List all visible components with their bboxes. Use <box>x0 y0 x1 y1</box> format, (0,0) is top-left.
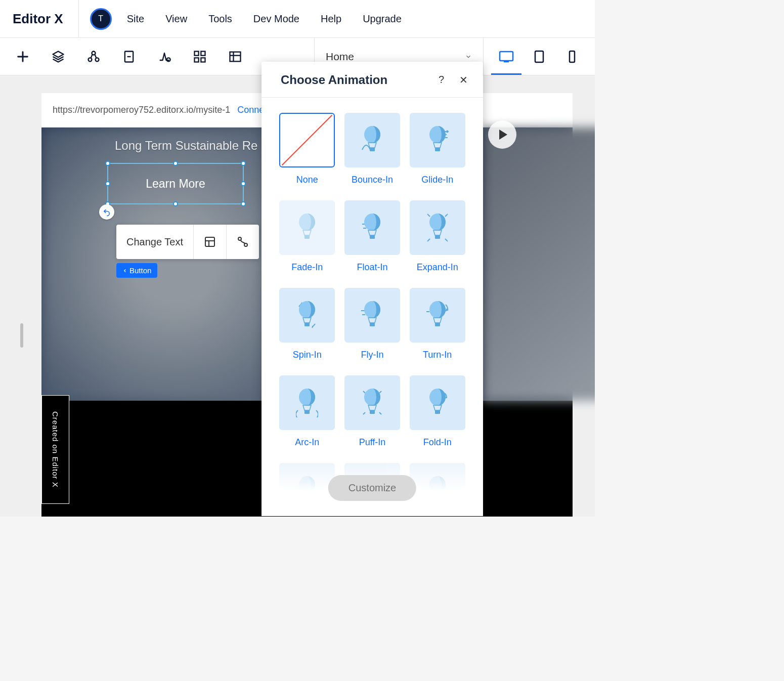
site-url: https://trevorpomeroy752.editorx.io/mysi… <box>53 105 230 115</box>
menu-dev-mode[interactable]: Dev Mode <box>253 13 299 25</box>
canvas-overflow <box>482 127 595 401</box>
animation-label: Spin-In <box>293 350 322 360</box>
animation-option-fold-in[interactable]: Fold-In <box>409 375 465 448</box>
svg-rect-27 <box>304 235 310 239</box>
animation-option-glide-in[interactable]: Glide-In <box>409 113 465 185</box>
animation-option-more[interactable] <box>279 463 335 516</box>
animation-label: Arc-In <box>295 437 319 448</box>
svg-rect-10 <box>230 52 241 61</box>
resize-handle[interactable] <box>105 161 110 166</box>
svg-rect-54 <box>435 498 440 501</box>
animation-option-turn-in[interactable]: Turn-In <box>409 288 465 360</box>
resize-handle[interactable] <box>173 161 178 166</box>
svg-rect-33 <box>435 235 440 239</box>
customize-button[interactable]: Customize <box>328 475 416 501</box>
animation-label: None <box>296 175 318 185</box>
svg-rect-6 <box>195 51 199 55</box>
device-tablet-icon[interactable] <box>532 49 547 64</box>
animation-label: Bounce-In <box>352 175 393 185</box>
panel-help-button[interactable]: ? <box>439 74 444 86</box>
resize-handle[interactable] <box>241 181 246 186</box>
panel-close-button[interactable]: ✕ <box>459 74 468 86</box>
animation-label: Expand-In <box>417 262 458 273</box>
animation-option-float-in[interactable]: Float-In <box>344 200 401 273</box>
change-text-button[interactable]: Change Text <box>116 225 193 259</box>
svg-rect-15 <box>535 51 543 62</box>
svg-rect-35 <box>304 323 310 326</box>
svg-rect-48 <box>435 410 440 414</box>
layers-icon[interactable] <box>51 49 66 64</box>
resize-handle[interactable] <box>173 201 178 206</box>
animation-option-arc-in[interactable]: Arc-In <box>279 375 335 448</box>
svg-rect-7 <box>201 51 205 55</box>
svg-rect-9 <box>201 58 205 62</box>
animation-option-spin-in[interactable]: Spin-In <box>279 288 335 360</box>
layout-button[interactable] <box>194 225 226 259</box>
apps-icon[interactable] <box>192 49 207 64</box>
svg-rect-16 <box>570 51 575 62</box>
user-avatar[interactable]: T <box>90 8 112 30</box>
chevron-down-icon <box>465 53 472 60</box>
masters-icon[interactable] <box>86 49 101 64</box>
selected-button-element[interactable]: Learn More <box>107 163 244 204</box>
canvas-scrollbar[interactable] <box>20 323 23 348</box>
theme-icon[interactable] <box>157 49 172 64</box>
animation-label: Turn-In <box>423 350 452 360</box>
menu-view[interactable]: View <box>165 13 187 25</box>
video-play-icon[interactable] <box>488 120 516 149</box>
animation-option-bounce-in[interactable]: Bounce-In <box>344 113 401 185</box>
device-desktop-icon[interactable] <box>499 49 514 64</box>
svg-rect-50 <box>304 498 310 501</box>
pages-icon[interactable] <box>121 49 137 64</box>
svg-rect-25 <box>435 148 440 151</box>
svg-point-2 <box>96 58 99 61</box>
animation-option-none[interactable]: None <box>279 113 335 185</box>
animation-option-fade-in[interactable]: Fade-In <box>279 200 335 273</box>
svg-rect-44 <box>304 410 310 414</box>
app-logo: Editor X <box>13 11 63 27</box>
svg-point-1 <box>89 58 92 61</box>
resize-handle[interactable] <box>241 201 246 206</box>
element-floating-toolbar: Change Text <box>116 225 259 259</box>
svg-rect-17 <box>205 237 214 246</box>
hero-subtitle-text: Long Term Sustainable Re <box>115 139 257 153</box>
menu-tools[interactable]: Tools <box>208 13 232 25</box>
menu-site[interactable]: Site <box>127 13 144 25</box>
created-on-editorx-badge[interactable]: Created on Editor X <box>41 395 69 504</box>
svg-rect-42 <box>435 323 440 326</box>
animation-panel: Choose Animation ? ✕ None Bounce-In Glid… <box>262 62 483 516</box>
animation-label: Fold-In <box>423 437 452 448</box>
svg-rect-8 <box>195 58 199 62</box>
chevron-left-icon <box>122 268 127 273</box>
breadcrumb-button-tag[interactable]: Button <box>116 263 157 278</box>
undo-button[interactable] <box>99 204 114 220</box>
svg-rect-39 <box>370 323 375 326</box>
device-mobile-icon[interactable] <box>564 49 580 64</box>
menu-upgrade[interactable]: Upgrade <box>363 13 402 25</box>
animation-label: Fly-In <box>361 350 383 360</box>
interactions-button[interactable] <box>227 225 259 259</box>
animation-option-expand-in[interactable]: Expand-In <box>409 200 465 273</box>
resize-handle[interactable] <box>241 161 246 166</box>
animation-option-fly-in[interactable]: Fly-In <box>344 288 401 360</box>
animation-label: Float-In <box>357 262 387 273</box>
svg-rect-31 <box>370 235 375 239</box>
animation-label: Glide-In <box>421 175 453 185</box>
resize-handle[interactable] <box>105 181 110 186</box>
page-dropdown-label: Home <box>326 51 354 63</box>
add-element-icon[interactable] <box>15 49 30 64</box>
panel-title: Choose Animation <box>281 73 439 87</box>
animation-label: Fade-In <box>291 262 323 273</box>
svg-rect-46 <box>370 410 375 414</box>
selected-button-label: Learn More <box>146 177 205 191</box>
animation-label: Puff-In <box>359 437 386 448</box>
animation-option-more[interactable] <box>409 463 465 516</box>
breadcrumb-label: Button <box>129 266 151 275</box>
svg-rect-13 <box>500 52 513 61</box>
svg-rect-23 <box>370 148 375 151</box>
divider <box>78 0 79 38</box>
menu-help[interactable]: Help <box>321 13 341 25</box>
animation-option-puff-in[interactable]: Puff-In <box>344 375 401 448</box>
content-manager-icon[interactable] <box>228 49 243 64</box>
